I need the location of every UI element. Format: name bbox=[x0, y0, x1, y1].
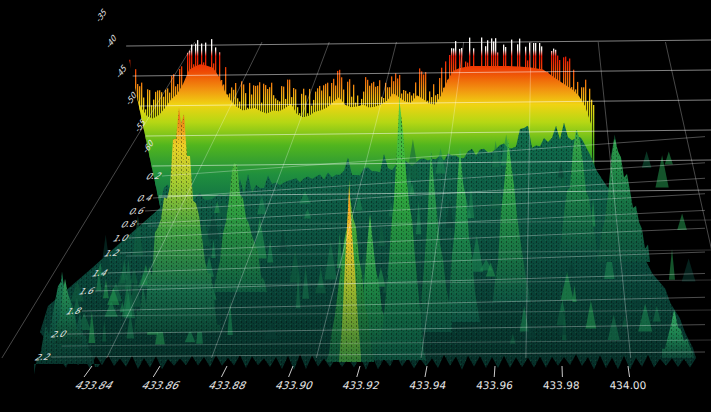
freq-tick-label: 433.98 bbox=[541, 379, 581, 391]
power-tick-label: -45 bbox=[114, 63, 129, 81]
time-tick-label: 0.8 bbox=[119, 219, 138, 229]
freq-tick-label: 433.84 bbox=[73, 379, 115, 392]
spectrogram-3d-canvas[interactable]: 433.84433.86433.88433.90433.92433.94433.… bbox=[0, 0, 711, 412]
power-tick-label: -40 bbox=[104, 33, 119, 51]
freq-tick-label: 433.94 bbox=[408, 379, 446, 391]
freq-tick-label: 433.90 bbox=[274, 379, 313, 391]
power-tick-label: -50 bbox=[124, 90, 139, 108]
freq-tick-label: 433.96 bbox=[474, 379, 513, 391]
freq-tick-label: 433.88 bbox=[207, 379, 247, 391]
freq-tick-label: 434.00 bbox=[607, 379, 649, 392]
freq-tick-label: 433.92 bbox=[342, 379, 380, 391]
spectrum-3d-panel[interactable]: 433.84433.86433.88433.90433.92433.94433.… bbox=[0, 0, 711, 412]
freq-tick-label: 433.86 bbox=[140, 379, 181, 392]
time-tick-label: 0.6 bbox=[127, 206, 146, 216]
power-tick-label: -35 bbox=[94, 7, 109, 25]
time-tick-label: 0.4 bbox=[135, 193, 153, 203]
